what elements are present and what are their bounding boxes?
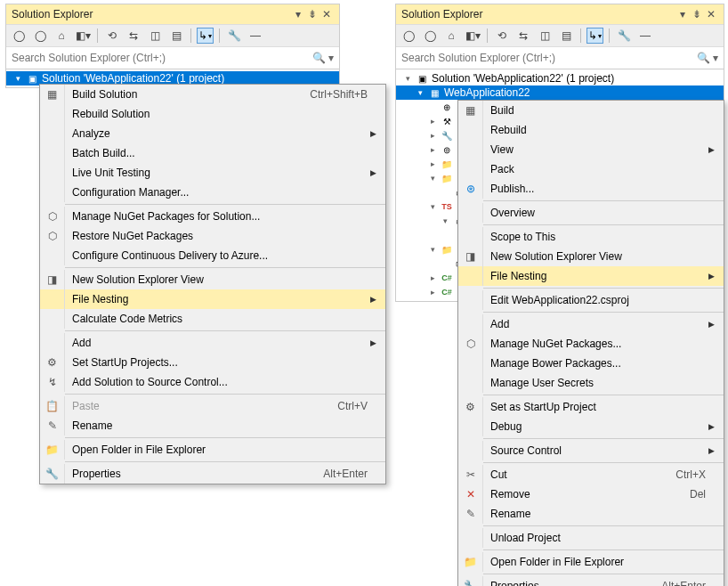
search-icon[interactable]: 🔍 ▾ [697,52,718,64]
menu-item[interactable]: ◨New Solution Explorer View [40,270,385,289]
menu-item[interactable]: Scope to This [458,227,724,247]
collapse-icon[interactable]: ⇆ [125,27,142,45]
home-icon[interactable]: ⌂ [53,27,70,45]
expander-icon[interactable]: ▾ [403,74,412,83]
menu-item[interactable]: 📁Open Folder in File Explorer [458,552,724,572]
menu-item[interactable]: Rebuild [458,120,724,140]
preview-icon[interactable]: ▤ [557,27,575,45]
menu-item[interactable]: File Nesting▶ [40,289,385,309]
menu-item[interactable]: Batch Build... [40,143,385,163]
pin-icon[interactable]: ⇟ [690,7,704,21]
expander-icon[interactable]: ▸ [428,159,437,168]
cs-icon: C# [441,272,453,284]
menu-item[interactable]: ↯Add Solution to Source Control... [40,372,385,392]
menu-item[interactable]: ◨New Solution Explorer View [458,247,724,266]
dropdown-icon[interactable]: ▾ [675,7,690,21]
menu-item[interactable]: Configuration Manager... [40,183,385,202]
search-input[interactable] [12,49,312,67]
menu-item[interactable]: Unload Project [458,528,724,548]
home-icon[interactable]: ⌂ [442,27,460,45]
paste-icon: 📋 [40,396,65,416]
menu-item[interactable]: Manage Bower Packages... [458,354,724,373]
pin-icon[interactable]: ⇟ [305,7,320,21]
menu-item[interactable]: Manage User Secrets [458,373,724,393]
gear-icon: ⚙ [458,397,483,417]
expander-icon[interactable]: ▸ [428,145,437,154]
menu-item[interactable]: Add▶ [458,314,724,334]
properties-icon[interactable]: 🔧 [615,27,633,45]
menu-item[interactable]: Overview [458,203,724,223]
menu-item[interactable]: ⊛Publish... [458,179,724,199]
tree-node[interactable]: ▾▦WebApplication22 [396,85,724,100]
refresh-icon[interactable]: ⟲ [493,27,511,45]
menu-label: Build [483,104,706,117]
close-icon[interactable]: ✕ [704,7,718,21]
dropdown-icon[interactable]: ▾ [291,7,305,21]
expander-icon[interactable]: ▸ [428,288,437,297]
menu-item[interactable]: Source Control▶ [458,441,724,460]
fwd-icon[interactable]: ◯ [421,27,439,45]
menu-item[interactable]: ▦Build SolutionCtrl+Shift+B [40,85,385,104]
search-input[interactable] [401,49,697,67]
menu-item[interactable]: ⬡Manage NuGet Packages... [458,334,724,354]
menu-item[interactable]: ✕RemoveDel [458,484,724,504]
tree-label: Solution 'WebApplication22' (1 project) [432,72,614,85]
menu-item[interactable]: 🔧PropertiesAlt+Enter [40,464,385,484]
nest-toggle[interactable]: ↳▾ [197,28,214,44]
expander-icon[interactable]: ▾ [416,88,425,97]
menu-item[interactable]: Debug▶ [458,417,724,436]
folder-icon: 📁 [40,440,65,460]
cs-icon: C# [441,286,453,298]
menu-item[interactable]: ⬡Restore NuGet Packages [40,226,385,246]
showall-icon[interactable]: ◫ [146,27,164,45]
menu-item[interactable]: Pack [458,159,724,179]
more-icon[interactable]: — [636,27,654,45]
menu-label: New Solution Explorer View [483,250,706,263]
menu-item[interactable]: Add▶ [40,333,385,353]
menu-item[interactable]: Calculate Code Metrics [40,309,385,329]
menu-item[interactable]: ▦Build [458,101,724,120]
menu-item[interactable]: ✎Rename [40,416,385,435]
expander-icon[interactable]: ▾ [428,174,437,183]
menu-item[interactable]: File Nesting▶ [458,266,724,286]
close-icon[interactable]: ✕ [320,7,334,21]
menu-item[interactable]: Edit WebApplication22.csproj [458,290,724,310]
menu-item[interactable]: Rebuild Solution [40,104,385,124]
search-icon[interactable]: 🔍 ▾ [312,52,334,64]
nest-toggle[interactable]: ↳▾ [586,28,603,44]
sync-icon[interactable]: ◧▾ [464,27,481,45]
expander-icon[interactable]: ▾ [428,202,437,211]
properties-icon[interactable]: 🔧 [225,27,243,45]
back-icon[interactable]: ◯ [10,27,28,45]
more-icon[interactable]: — [247,27,264,45]
menu-item[interactable]: ✂CutCtrl+X [458,465,724,484]
blank-icon [458,159,483,179]
fwd-icon[interactable]: ◯ [31,27,49,45]
preview-icon[interactable]: ▤ [167,27,185,45]
blank-icon [458,354,483,373]
menu-item[interactable]: View▶ [458,140,724,159]
expander-icon[interactable]: ▾ [428,245,437,254]
expander-icon[interactable]: ▸ [428,117,437,126]
expander-icon[interactable]: ▾ [13,74,22,83]
tree-node[interactable]: ▾▣Solution 'WebApplication22' (1 project… [396,71,724,85]
menu-item[interactable]: ✎Rename [458,504,724,524]
expander-icon[interactable]: ▸ [428,273,437,282]
collapse-icon[interactable]: ⇆ [514,27,532,45]
menu-item[interactable]: Configure Continuous Delivery to Azure..… [40,246,385,265]
menu-item[interactable]: ⬡Manage NuGet Packages for Solution... [40,207,385,226]
menu-item[interactable]: 🔧PropertiesAlt+Enter [458,576,724,586]
menu-item[interactable]: 📁Open Folder in File Explorer [40,440,385,460]
expander-icon[interactable]: ▾ [441,216,449,225]
expander-icon[interactable]: ▸ [428,131,437,140]
menu-item[interactable]: Analyze▶ [40,124,385,143]
menu-item[interactable]: Live Unit Testing▶ [40,163,385,183]
refresh-icon[interactable]: ⟲ [103,27,121,45]
back-icon[interactable]: ◯ [400,27,417,45]
menu-item[interactable]: ⚙Set as StartUp Project [458,397,724,417]
sync-icon[interactable]: ◧▾ [74,27,92,45]
menu-label: Source Control [483,444,706,457]
menu-item[interactable]: ⚙Set StartUp Projects... [40,353,385,372]
menu-label: Rebuild Solution [65,108,368,120]
showall-icon[interactable]: ◫ [536,27,554,45]
